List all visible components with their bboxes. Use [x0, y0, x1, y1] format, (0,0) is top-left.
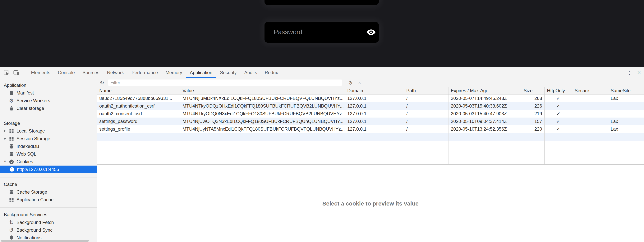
sidebar-item-background-fetch[interactable]: ⇅ Background Fetch [0, 218, 96, 226]
column-header-httponly[interactable]: HttpOnly [545, 87, 572, 94]
cookie-value: MTU4NjI3MDk4NXxEdi1CQkFFQ180SUFBUkFCRUFB… [180, 94, 345, 102]
chevron-down-icon[interactable]: ▼ [3, 158, 7, 166]
tab-redux[interactable]: Redux [261, 67, 282, 78]
table-filler [97, 141, 644, 164]
sidebar-item-clear-storage[interactable]: Clear storage [0, 104, 96, 112]
sidebar-item-background-sync[interactable]: ↺ Background Sync [0, 226, 96, 234]
cookie-value: MTU4NjUyNTA5MnxEdi1CQkFFQ180SUFBUkFCRUFB… [180, 125, 345, 133]
cookie-samesite: Lax [608, 117, 644, 125]
column-header-secure[interactable]: Secure [572, 87, 608, 94]
cookie-expires: 2020-05-10T09:04:37.414Z [448, 117, 521, 125]
webpage-background [0, 0, 644, 67]
cookie-size: 268 [521, 94, 545, 102]
cookie-name: oauth2_authentication_csrf [97, 102, 180, 110]
sidebar-item-label: Background Sync [16, 226, 52, 234]
tab-performance[interactable]: Performance [128, 67, 162, 78]
cookie-icon [9, 167, 14, 172]
sidebar-item-web-sql[interactable]: Web SQL [0, 150, 96, 158]
filter-input[interactable] [108, 79, 342, 86]
devtools-panel: Elements Console Sources Network Perform… [0, 67, 644, 242]
sidebar-item-local-storage[interactable]: ▶ Local Storage [0, 127, 96, 135]
table-row[interactable]: oauth2_authentication_csrf MTU4NTkyODQzO… [97, 102, 644, 110]
cookie-expires: 2020-05-03T15:40:47.903Z [448, 110, 521, 117]
column-header-name[interactable]: Name [97, 87, 180, 94]
inspect-element-icon[interactable] [2, 67, 12, 78]
sidebar-item-label: Service Workers [16, 97, 50, 104]
tab-console[interactable]: Console [54, 67, 78, 78]
cookie-name: settings_password [97, 117, 180, 125]
database-icon [8, 144, 14, 149]
devtools-tabbar: Elements Console Sources Network Perform… [0, 67, 644, 78]
cookie-httponly-check: ✓ [545, 110, 572, 117]
table-row[interactable]: settings_password MTU4NjUwOTQ3N3xEdi1CQk… [97, 117, 644, 125]
tab-memory[interactable]: Memory [162, 67, 186, 78]
show-blocked-cookies-icon[interactable]: ⊘ [346, 80, 355, 85]
column-header-size[interactable]: Size [521, 87, 545, 94]
clear-filter-icon[interactable]: × [355, 80, 364, 85]
table-row[interactable]: settings_profile MTU4NjUyNTA5MnxEdi1CQkF… [97, 125, 644, 133]
close-icon[interactable]: × [634, 69, 644, 76]
column-header-samesite[interactable]: SameSite [608, 87, 644, 94]
cookie-samesite: Lax [608, 125, 644, 133]
sidebar-item-label: Web SQL [16, 150, 36, 158]
cookie-httponly-check: ✓ [545, 125, 572, 133]
devtools-tabs: Elements Console Sources Network Perform… [27, 67, 282, 78]
toolbar-divider [23, 69, 24, 76]
chevron-right-icon[interactable]: ▶ [3, 127, 7, 135]
sidebar-item-label: Cookies [16, 158, 33, 166]
refresh-icon[interactable]: ↻ [97, 79, 107, 86]
sidebar-item-manifest[interactable]: Manifest [0, 89, 96, 97]
tab-application[interactable]: Application [186, 67, 216, 78]
sidebar-item-service-workers[interactable]: ⚙ Service Workers [0, 97, 96, 104]
cookie-samesite [608, 110, 644, 117]
gear-icon: ⚙ [8, 98, 14, 103]
sidebar-item-label: Local Storage [16, 127, 45, 135]
tab-audits[interactable]: Audits [240, 67, 261, 78]
application-sidebar: Application Manifest ⚙ Service Workers [0, 78, 97, 242]
cookie-domain: 127.0.0.1 [345, 102, 404, 110]
section-title-background-services: Background Services [0, 211, 96, 218]
table-row[interactable]: oauth2_consent_csrf MTU4NTkyODQ0N3xEdi1C… [97, 110, 644, 117]
table-icon [8, 197, 14, 203]
chevron-right-icon[interactable]: ▶ [3, 135, 7, 143]
table-row-empty[interactable] [97, 133, 644, 141]
section-title-storage: Storage [0, 119, 96, 127]
tab-security[interactable]: Security [216, 67, 240, 78]
password-field[interactable] [264, 28, 364, 36]
cookie-value: MTU4NTkyODQ0N3xEdi1CQkFFQ180SUFBUkFCRUFB… [180, 110, 345, 117]
tab-network[interactable]: Network [103, 67, 128, 78]
section-title-application: Application [0, 81, 96, 89]
sidebar-item-application-cache[interactable]: Application Cache [0, 196, 96, 204]
sidebar-item-indexeddb[interactable]: IndexedDB [0, 143, 96, 150]
sidebar-item-label: Application Cache [16, 196, 54, 204]
database-icon [8, 189, 14, 195]
column-header-expires[interactable]: Expires / Max-Age [448, 87, 521, 94]
horizontal-scrollbar[interactable] [1, 240, 89, 241]
cookie-table-body: 8a3d27185b49d7758d8bb669331... MTU4NjI3M… [97, 94, 644, 165]
sidebar-item-label: Clear storage [16, 104, 44, 112]
tab-sources[interactable]: Sources [78, 67, 103, 78]
section-title-cache: Cache [0, 181, 96, 188]
cookie-path: / [404, 110, 448, 117]
table-row[interactable]: 8a3d27185b49d7758d8bb669331... MTU4NjI3M… [97, 94, 644, 102]
cookie-samesite: Lax [608, 94, 644, 102]
eye-icon[interactable] [364, 27, 379, 38]
column-header-value[interactable]: Value [180, 87, 345, 94]
tab-elements[interactable]: Elements [27, 67, 54, 78]
column-header-domain[interactable]: Domain [345, 87, 404, 94]
table-icon [8, 128, 14, 134]
sidebar-item-cookies[interactable]: ▼ Cookies [0, 158, 96, 166]
cookie-secure [572, 94, 608, 102]
kebab-menu-icon[interactable]: ⋮ [625, 70, 634, 75]
column-header-path[interactable]: Path [404, 87, 448, 94]
cookie-icon [8, 159, 14, 165]
sidebar-item-cookie-origin[interactable]: http://127.0.0.1:4455 [0, 166, 96, 173]
sidebar-item-session-storage[interactable]: ▶ Session Storage [0, 135, 96, 143]
cookie-secure [572, 102, 608, 110]
sidebar-item-cache-storage[interactable]: Cache Storage [0, 188, 96, 196]
cookies-toolbar: ↻ ⊘ × [97, 78, 644, 87]
text-field-partial[interactable] [264, 0, 379, 5]
cookie-path: / [404, 94, 448, 102]
cookies-pane: ↻ ⊘ × Name Value Domain Path Expires / M… [97, 78, 644, 242]
device-toolbar-icon[interactable] [12, 67, 22, 78]
